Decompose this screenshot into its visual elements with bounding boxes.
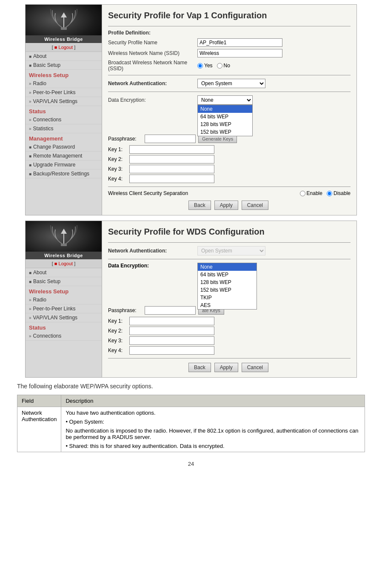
wds-opt-tkip-2[interactable]: TKIP bbox=[198, 294, 257, 301]
dataenc-label-2: Data Encryption: bbox=[108, 263, 197, 269]
passphrase-label-2: Passphrase: bbox=[108, 307, 142, 313]
spname-label-1: Security Profile Name bbox=[108, 40, 197, 46]
cancel-button-2[interactable]: Cancel bbox=[242, 363, 268, 372]
wds-opt-aes-2[interactable]: AES bbox=[198, 301, 257, 309]
sidebar-logout-2[interactable]: [ ■ Logout ] bbox=[26, 259, 102, 268]
broadcast-no-1[interactable]: No bbox=[217, 63, 230, 69]
panel-title-2: Security Profile for WDS Configuration bbox=[108, 226, 351, 237]
enc-select-1[interactable]: None 64 bits WEP 128 bits WEP 152 bits W… bbox=[197, 95, 253, 105]
bullet-vap-2: » bbox=[29, 316, 31, 320]
enc-dropdown-128-1[interactable]: 128 bits WEP bbox=[198, 120, 252, 128]
sidebar-item-backup-1[interactable]: ■ Backup/Restore Settings bbox=[26, 169, 102, 178]
sidebar-label-vap-1: VAP/VLAN Settings bbox=[33, 98, 78, 104]
enc-dropdown-64-1[interactable]: 64 bits WEP bbox=[198, 113, 252, 120]
sidebar-item-remote-1[interactable]: ■ Remote Management bbox=[26, 152, 102, 161]
wcs-radio-group-1: Enable Disable bbox=[300, 190, 351, 196]
key4-row-1: Key 4: bbox=[108, 175, 351, 183]
wds-opt-128-2[interactable]: 128 bits WEP bbox=[198, 278, 257, 286]
col-header-description: Description bbox=[61, 395, 365, 407]
sidebar-item-statistics-1[interactable]: » Statistics bbox=[26, 124, 102, 133]
col-header-field: Field bbox=[17, 395, 61, 407]
bullet-connections-1: » bbox=[29, 118, 31, 122]
key4-label-2: Key 4: bbox=[108, 347, 129, 353]
sidebar-item-about-2[interactable]: ■ About bbox=[26, 268, 102, 277]
key1-input-1[interactable] bbox=[129, 145, 214, 154]
main-content-1: Security Profile for Vap 1 Configuration… bbox=[102, 5, 356, 215]
key4-input-1[interactable] bbox=[129, 175, 214, 183]
ssid-input-1[interactable] bbox=[197, 49, 282, 57]
spname-input-1[interactable] bbox=[197, 38, 282, 47]
form-row-netauth-1: Network Authentication: Open System Shar… bbox=[108, 79, 351, 88]
sidebar-item-vap-2[interactable]: » VAP/VLAN Settings bbox=[26, 313, 102, 322]
cancel-button-1[interactable]: Cancel bbox=[242, 201, 268, 210]
bullet-basic-1: ■ bbox=[29, 63, 31, 68]
screenshot-panel-1: Wireless Bridge [ ■ Logout ] ■ About ■ B… bbox=[25, 4, 357, 215]
key4-input-2[interactable] bbox=[129, 346, 214, 355]
key2-input-2[interactable] bbox=[129, 327, 214, 335]
wcs-disable-radio-1[interactable] bbox=[327, 191, 332, 196]
dataenc-label-1: Data Encryption: bbox=[108, 97, 197, 103]
sidebar-label-connections-2: Connections bbox=[33, 333, 62, 339]
form-row-ssid-1: Wireless Network Name (SSID) bbox=[108, 49, 351, 57]
sidebar-item-firmware-1[interactable]: ■ Upgrade Firmware bbox=[26, 161, 102, 169]
sidebar-item-basic-setup-2[interactable]: ■ Basic Setup bbox=[26, 277, 102, 286]
sidebar-item-connections-1[interactable]: » Connections bbox=[26, 115, 102, 124]
key1-input-2[interactable] bbox=[129, 317, 214, 325]
sidebar-label-radio-2: Radio bbox=[33, 297, 46, 303]
sidebar-item-p2p-2[interactable]: » Peer-to-Peer Links bbox=[26, 304, 102, 313]
form-row-broadcast-1: Broadcast Wireless Network Name (SSID) Y… bbox=[108, 60, 351, 72]
broadcast-yes-1[interactable]: Yes bbox=[197, 63, 213, 69]
bullet-connections-2: » bbox=[29, 334, 31, 338]
desc-line3: No authentication is imposed to the radi… bbox=[66, 427, 360, 440]
wds-opt-152-2[interactable]: 152 bits WEP bbox=[198, 286, 257, 294]
data-table: Field Description Network Authentication… bbox=[17, 395, 365, 452]
enc-dropdown-none-1[interactable]: None bbox=[198, 105, 252, 113]
passphrase-input-2[interactable] bbox=[145, 306, 196, 315]
sidebar-item-radio-2[interactable]: » Radio bbox=[26, 295, 102, 304]
wcs-enable-radio-1[interactable] bbox=[300, 191, 305, 196]
back-button-1[interactable]: Back bbox=[188, 201, 211, 210]
sidebar-1: Wireless Bridge [ ■ Logout ] ■ About ■ B… bbox=[26, 5, 102, 215]
sidebar-section-status-2: Status bbox=[26, 322, 102, 332]
sidebar-item-vap-1[interactable]: » VAP/VLAN Settings bbox=[26, 97, 102, 106]
svg-rect-5 bbox=[61, 244, 67, 246]
page-number: 24 bbox=[188, 461, 194, 467]
bullet-firmware-1: ■ bbox=[29, 163, 31, 167]
sidebar-section-status-1: Status bbox=[26, 106, 102, 115]
sidebar-label-vap-2: VAP/VLAN Settings bbox=[33, 315, 78, 321]
wds-opt-64-2[interactable]: 64 bits WEP bbox=[198, 271, 257, 278]
apply-button-2[interactable]: Apply bbox=[214, 363, 238, 372]
netauth-select-1[interactable]: Open System Shared Key bbox=[197, 79, 265, 88]
sidebar-item-changepass-1[interactable]: ■ Change Password bbox=[26, 143, 102, 152]
wds-enc-area-2: Data Encryption: None 64 bits WEP 128 bi… bbox=[108, 263, 351, 272]
sidebar-logout-1[interactable]: [ ■ Logout ] bbox=[26, 43, 102, 52]
wds-opt-none-2[interactable]: None bbox=[198, 263, 257, 271]
key2-input-1[interactable] bbox=[129, 155, 214, 163]
sidebar-item-radio-1[interactable]: » Radio bbox=[26, 79, 102, 88]
bullet-basic-2: ■ bbox=[29, 279, 31, 284]
key3-input-1[interactable] bbox=[129, 165, 214, 173]
key1-label-2: Key 1: bbox=[108, 318, 129, 324]
sidebar-item-p2p-1[interactable]: » Peer-to-Peer Links bbox=[26, 88, 102, 97]
broadcast-yes-radio-1[interactable] bbox=[197, 63, 203, 69]
svg-rect-2 bbox=[61, 27, 67, 30]
key2-label-1: Key 2: bbox=[108, 156, 129, 162]
key3-label-2: Key 3: bbox=[108, 338, 129, 344]
back-button-2[interactable]: Back bbox=[188, 363, 211, 372]
wcs-disable-label-1[interactable]: Disable bbox=[327, 190, 351, 196]
btn-row-1: Back Apply Cancel bbox=[108, 201, 351, 210]
sidebar-item-about-1[interactable]: ■ About bbox=[26, 52, 102, 61]
table-cell-field: Network Authentication bbox=[17, 407, 61, 452]
passphrase-input-1[interactable] bbox=[145, 135, 196, 143]
sidebar-label-changepass-1: Change Password bbox=[33, 144, 75, 150]
enc-dropdown-152-1[interactable]: 152 bits WEP bbox=[198, 128, 252, 136]
svg-marker-1 bbox=[61, 12, 67, 17]
apply-button-1[interactable]: Apply bbox=[214, 201, 238, 210]
sidebar-item-basic-setup-1[interactable]: ■ Basic Setup bbox=[26, 61, 102, 70]
wcs-enable-label-1[interactable]: Enable bbox=[300, 190, 322, 196]
sidebar-item-connections-2[interactable]: » Connections bbox=[26, 332, 102, 341]
desc-line2: • Open System: bbox=[66, 419, 360, 425]
broadcast-no-radio-1[interactable] bbox=[217, 63, 222, 69]
key3-input-2[interactable] bbox=[129, 336, 214, 345]
main-content-2: Security Profile for WDS Configuration N… bbox=[102, 221, 356, 377]
